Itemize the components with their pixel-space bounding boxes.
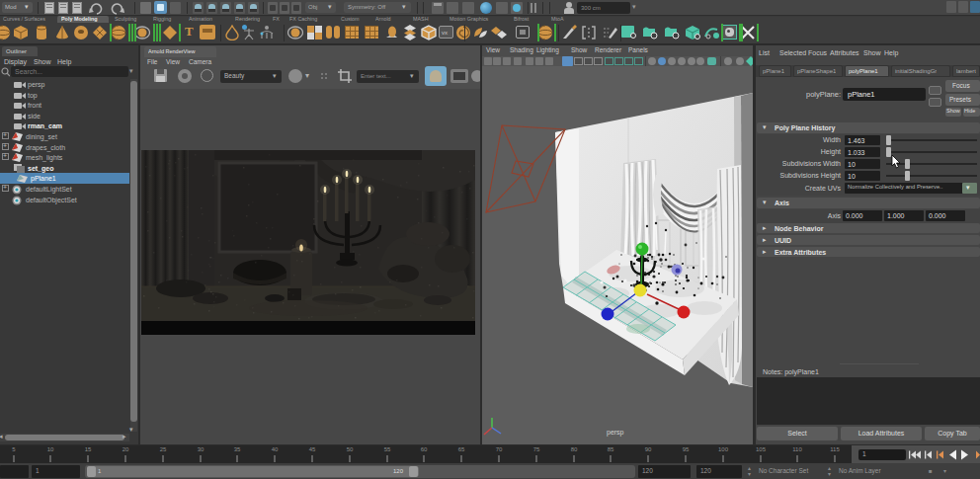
svg-text:persp: persp bbox=[607, 429, 624, 437]
